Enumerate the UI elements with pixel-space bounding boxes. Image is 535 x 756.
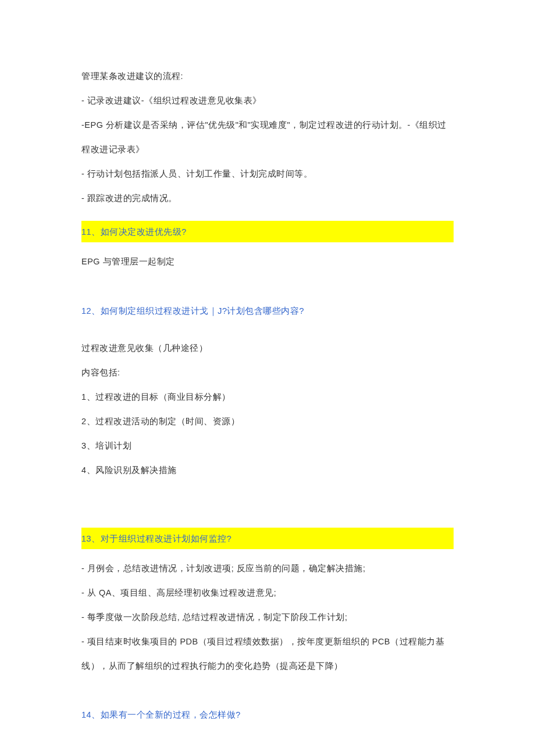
process-step: 程改进记录表》 [81,137,454,162]
answer-12-intro: 过程改进意见收集（几种途径） [81,336,454,360]
answer-12-item: 2、过程改进活动的制定（时间、资源） [81,409,454,433]
answer-13-item: 线），从而了解组织的过程执行能力的变化趋势（提高还是下降） [81,654,454,678]
answer-13-item: - 每季度做一次阶段总结, 总结过程改进情况，制定下阶段工作计划; [81,605,454,629]
question-13: 13、对于组织过程改进计划如何监控? [81,532,454,546]
question-12: 12、如何制定组织过程改进计戈｜J?计划包含哪些内容? [81,299,454,323]
spacer [81,323,454,336]
process-step: - 跟踪改进的完成情况。 [81,186,454,210]
answer-12-item: 1、过程改进的目标（商业目标分解） [81,385,454,409]
question-13-highlight: 13、对于组织过程改进计划如何监控? [81,528,454,549]
spacer [81,482,454,517]
question-11: 11、如何决定改进优先级? [81,225,454,239]
answer-12-item: 4、风险识别及解决措施 [81,458,454,482]
process-heading: 管理某条改进建议的流程: [81,64,454,88]
answer-13-item: - 项目结束时收集项目的 PDB（项目过程绩效数据），按年度更新组织的 PCB（… [81,629,454,654]
document-page: 管理某条改进建议的流程: - 记录改进建议-《组织过程改进意见收集表》 -EPG… [0,0,535,756]
spacer [81,678,454,703]
process-step: - 记录改进建议-《组织过程改进意见收集表》 [81,88,454,113]
answer-13-item: - 从 QA、项目组、高层经理初收集过程改进意见; [81,581,454,605]
answer-12-intro: 内容包括: [81,360,454,385]
question-11-highlight: 11、如何决定改进优先级? [81,221,454,242]
answer-12-item: 3、培训计划 [81,433,454,458]
answer-13-item: - 月例会，总结改进情况，计划改进项; 反应当前的问题，确定解决措施; [81,556,454,581]
process-step: -EPG 分析建议是否采纳，评估"优先级"和"实现难度"，制定过程改进的行动计划… [81,113,454,137]
question-14: 14、如果有一个全新的过程，会怎样做? [81,703,454,727]
process-step: - 行动计划包括指派人员、计划工作量、计划完成时间等。 [81,162,454,186]
answer-11: EPG 与管理层一起制定 [81,249,454,274]
spacer [81,274,454,299]
